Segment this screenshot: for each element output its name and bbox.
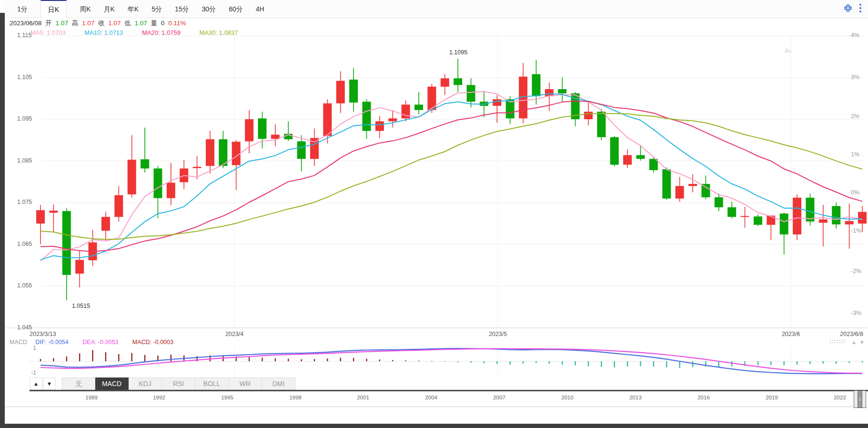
tab-daily-k[interactable]: 日K — [40, 0, 67, 18]
left-dark-strip — [0, 13, 5, 428]
pane-expand-icon[interactable]: ▲ — [851, 339, 857, 345]
x-axis-label: 2023/6/8 — [835, 331, 863, 337]
volume-value: 0 — [161, 20, 165, 27]
pct-axis-label: 0% — [851, 189, 859, 196]
y-axis-label: 1.065 — [17, 241, 39, 247]
nav-year-label: 2007 — [489, 395, 510, 400]
tab-4h[interactable]: 4H — [256, 0, 264, 18]
nav-year-label: 1989 — [81, 395, 102, 400]
indicator-down-button[interactable]: ▼ — [43, 377, 56, 390]
tab-indicator-wr[interactable]: WR — [229, 377, 262, 390]
nav-year-label: 2022 — [829, 395, 850, 400]
mountain-watermark-icon — [784, 46, 793, 52]
open-label: 开 — [45, 20, 52, 27]
tab-60min[interactable]: 60分 — [229, 0, 243, 18]
pct-axis-label: -1% — [851, 227, 861, 234]
tab-indicator-boll[interactable]: BOLL — [195, 377, 229, 390]
quote-date: 2023/06/08 — [10, 20, 42, 27]
tab-monthly-k[interactable]: 月K — [103, 0, 114, 18]
y-axis-label: 1.075 — [17, 199, 39, 205]
tab-indicator-macd[interactable]: MACD — [95, 377, 129, 390]
nav-year-label: 1995 — [217, 395, 238, 400]
range-handle-right[interactable] — [862, 390, 866, 408]
candlestick-chart-canvas — [0, 0, 868, 428]
navigator-top-border — [30, 390, 868, 391]
low-value: 1.07 — [135, 20, 147, 27]
macd-axis-bottom: -1 — [27, 369, 36, 376]
low-price-annotation: 1.0515 — [66, 303, 96, 309]
collapse-icon[interactable] — [843, 3, 853, 13]
ma10-legend: MA10: 1.0713 — [84, 29, 123, 36]
tab-yearly-k[interactable]: 年K — [128, 0, 139, 18]
chart-app: 1分 日K 周K 月K 年K 5分 15分 30分 60分 4H 2023/06… — [0, 0, 868, 428]
tab-5min[interactable]: 5分 — [151, 0, 162, 18]
pct-axis-label: 1% — [851, 151, 859, 158]
macd-panel-title: MACD — [10, 339, 27, 346]
x-axis-label: 2023/5 — [484, 331, 512, 337]
open-value: 1.07 — [56, 20, 68, 27]
volume-label: 量 — [151, 20, 158, 27]
y-axis-label: 1.085 — [17, 157, 39, 164]
tab-indicator-kdj[interactable]: KDJ — [129, 377, 162, 390]
tab-weekly-k[interactable]: 周K — [80, 0, 91, 18]
tab-1min[interactable]: 1分 — [17, 0, 28, 18]
indicator-up-button[interactable]: ▲ — [30, 377, 42, 390]
kebab-menu-icon[interactable] — [859, 4, 861, 12]
nav-year-label: 2001 — [353, 395, 373, 400]
ma20-legend: MA20: 1.0759 — [142, 29, 181, 36]
macd-value: MACD: -0.0003 — [132, 339, 173, 346]
high-price-annotation: 1.1095 — [444, 49, 473, 56]
x-axis-label: 2023/4 — [220, 331, 249, 337]
pct-axis-label: 4% — [851, 32, 859, 39]
y-axis-label: 1.105 — [17, 74, 39, 81]
indicator-tab-row: ▲ ▼ 无 MACD KDJ RSI BOLL WR DMI — [30, 377, 295, 390]
high-value: 1.07 — [82, 20, 94, 27]
nav-year-label: 2010 — [557, 395, 578, 400]
navigator-range-handle[interactable] — [854, 390, 866, 408]
tab-15min[interactable]: 15分 — [175, 0, 189, 18]
drag-handle-icon[interactable] — [830, 340, 847, 345]
pane-controls: ▲ ▼ — [830, 339, 868, 345]
nav-year-label: 2013 — [625, 395, 646, 400]
nav-year-label: 2019 — [761, 395, 782, 400]
range-handle-left[interactable] — [854, 390, 858, 408]
macd-axis-top: 1 — [27, 345, 36, 351]
y-axis-label: 1.115 — [17, 32, 39, 39]
y-axis-label: 1.095 — [17, 115, 39, 122]
pct-axis-label: 3% — [851, 74, 859, 81]
y-axis-label: 1.045 — [17, 324, 39, 331]
x-axis-label: 2023/3/13 — [30, 331, 56, 337]
tab-30min[interactable]: 30分 — [202, 0, 216, 18]
nav-year-label: 2004 — [421, 395, 442, 400]
ma30-legend: MA30: 1.0837 — [200, 29, 238, 36]
pct-axis-label: 2% — [851, 113, 859, 120]
ma-legend: MA5: 1.0703 MA10: 1.0713 MA20: 1.0759 MA… — [30, 29, 255, 36]
nav-year-label: 1992 — [149, 395, 170, 400]
ohlc-info-row: 2023/06/08 开 1.07 高 1.07 收 1.07 低 1.07 量… — [10, 19, 188, 28]
pct-axis-label: -2% — [851, 268, 861, 275]
bottom-dark-strip — [0, 424, 868, 428]
tab-indicator-none[interactable]: 无 — [62, 377, 95, 390]
x-axis-label: 2023/6 — [777, 331, 805, 337]
dea-value: DEA: -0.0053 — [82, 339, 118, 346]
tab-indicator-rsi[interactable]: RSI — [162, 377, 195, 390]
close-label: 收 — [98, 20, 105, 27]
range-handle-grip[interactable] — [858, 390, 862, 408]
dif-value: DIF: -0.0054 — [35, 339, 68, 346]
high-label: 高 — [72, 20, 79, 27]
tab-indicator-dmi[interactable]: DMI — [262, 377, 295, 390]
nav-year-label: 1998 — [285, 395, 306, 400]
y-axis-label: 1.055 — [17, 282, 39, 289]
nav-year-label: 2016 — [693, 395, 714, 400]
pct-axis-label: -3% — [851, 310, 861, 316]
timeframe-toolbar: 1分 日K 周K 月K 年K 5分 15分 30分 60分 4H — [5, 0, 868, 18]
low-label: 低 — [124, 20, 131, 27]
pane-collapse-icon[interactable]: ▼ — [859, 339, 865, 345]
close-value: 1.07 — [108, 20, 121, 27]
change-percent: 0.11% — [168, 20, 186, 27]
